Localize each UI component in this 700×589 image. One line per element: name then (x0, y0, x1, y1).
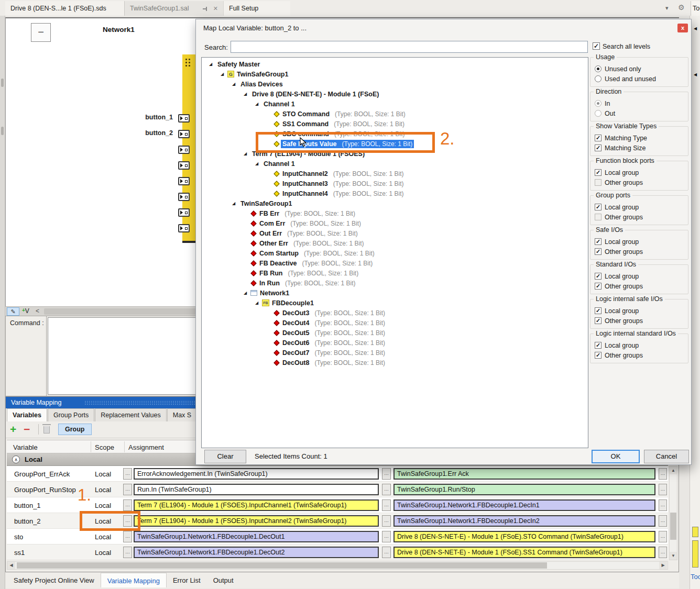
ellipsis-button[interactable]: … (123, 499, 132, 511)
tree-item[interactable]: Out Err(Type: BOOL, Size: 1 Bit) (202, 228, 588, 238)
tree-item[interactable]: ◢Alias Devices (202, 79, 588, 89)
splitter-handle[interactable] (1, 127, 4, 135)
input-pin-icon[interactable] (178, 224, 190, 232)
status-tab-output[interactable]: Output (207, 573, 240, 587)
expander-icon[interactable]: ◢ (244, 92, 250, 96)
input-pin-icon[interactable] (178, 130, 190, 138)
ellipsis-button[interactable]: … (659, 547, 667, 558)
pin-icon[interactable] (203, 7, 207, 12)
ellipsis-button[interactable]: … (659, 484, 667, 495)
tree-item[interactable]: ◢Safety Master (202, 59, 588, 69)
ok-button[interactable]: OK (592, 450, 640, 463)
ellipsis-button[interactable]: … (123, 531, 132, 542)
ellipsis-button[interactable]: … (382, 484, 391, 495)
chevron-down-icon[interactable]: ▾ (665, 5, 669, 12)
ellipsis-button[interactable]: … (382, 531, 391, 542)
expander-icon[interactable]: ◢ (244, 291, 250, 295)
checkbox-option[interactable]: ✓Other groups (595, 350, 684, 360)
scroll-right-icon[interactable]: ▶ (659, 562, 667, 569)
scroll-up-icon[interactable]: ▲ (670, 466, 677, 474)
expander-icon[interactable]: ◢ (232, 201, 239, 206)
input-pin-icon[interactable] (178, 146, 190, 154)
ellipsis-button[interactable]: … (659, 499, 667, 511)
ellipsis-button[interactable]: … (659, 468, 667, 480)
assignment-box[interactable]: TwinSafeGroup1.Network1.FBDecouple1.DecO… (134, 547, 379, 558)
add-icon[interactable]: + (10, 423, 16, 436)
input-pin-icon[interactable] (178, 193, 190, 201)
expander-icon[interactable]: ◢ (209, 62, 216, 66)
tab-drive8-sds[interactable]: Drive 8 (DEN-S...le 1 (FSoE).sds (5, 1, 125, 16)
ellipsis-button[interactable]: … (382, 499, 391, 511)
checkbox-option[interactable]: ✓Local group (595, 306, 684, 316)
checkbox-option[interactable]: ✓Matching Size (595, 143, 684, 153)
ellipsis-button[interactable]: … (659, 531, 667, 542)
status-tab-safety-project-online-view[interactable]: Safety Project Online View (7, 573, 101, 587)
assignment-box[interactable]: Term 7 (EL1904) - Module 1 (FSOES).Input… (134, 499, 379, 511)
tree-item[interactable]: In Run(Type: BOOL, Size: 1 Bit) (202, 278, 588, 288)
input-pin-icon[interactable] (178, 161, 190, 170)
input-pin-icon[interactable] (178, 177, 190, 185)
assignment-box[interactable]: Term 7 (EL1904) - Module 1 (FSOES).Input… (134, 515, 379, 527)
status-tab-error-list[interactable]: Error List (167, 573, 207, 587)
target-box[interactable]: TwinSafeGroup1.Network1.FBDecouple1.DecI… (393, 499, 655, 511)
expander-icon[interactable]: ◢ (255, 161, 262, 166)
delete-icon[interactable] (43, 426, 50, 434)
clear-button[interactable]: Clear (204, 450, 246, 463)
remove-icon[interactable]: − (24, 423, 30, 436)
tree-item[interactable]: SS1 Command(Type: BOOL, Size: 1 Bit) (202, 119, 588, 129)
target-box[interactable]: TwinSafeGroup1.Network1.FBDecouple1.DecI… (393, 515, 655, 527)
radio-option[interactable]: Unused only (595, 64, 684, 74)
assignment-box[interactable]: ErrorAcknowledgement.In (TwinSafeGroup1) (134, 468, 379, 480)
checkbox-option[interactable]: ✓Local group (595, 271, 684, 281)
ellipsis-button[interactable]: … (382, 468, 391, 480)
search-all-levels-checkbox[interactable]: ✓ (593, 42, 600, 50)
expander-icon[interactable]: ◢ (221, 72, 227, 76)
search-input[interactable] (231, 41, 588, 53)
expander-icon[interactable]: ◢ (232, 82, 239, 86)
horizontal-scrollbar[interactable]: ◀ ▶ (7, 561, 668, 570)
checkbox-option[interactable]: ✓Matching Type (595, 133, 684, 143)
tree-item[interactable]: InputChannel2(Type: BOOL, Size: 1 Bit) (202, 169, 588, 179)
add-variable-icon[interactable]: +V (22, 307, 29, 315)
tree-item[interactable]: ◢Drive 8 (DEN-S-NET-E) - Module 1 (FSoE) (202, 89, 588, 99)
ellipsis-button[interactable]: … (382, 515, 391, 527)
column-scope[interactable]: Scope (95, 443, 114, 451)
checkbox-option[interactable]: Other groups (595, 177, 684, 187)
checkbox-option[interactable]: ✓Other groups (595, 316, 684, 326)
tree-item[interactable]: ◢Network1 (202, 288, 588, 298)
checkbox-option[interactable]: Other groups (595, 212, 684, 222)
expander-icon[interactable]: ◢ (255, 102, 262, 106)
column-assignment[interactable]: Assignment (128, 443, 164, 451)
assignment-box[interactable]: Run.In (TwinSafeGroup1) (134, 484, 379, 495)
tree-item[interactable]: Com Startup(Type: BOOL, Size: 1 Bit) (202, 248, 588, 258)
ellipsis-button[interactable]: … (659, 515, 667, 527)
collapse-group-icon[interactable]: ∧ (12, 455, 20, 463)
ellipsis-button[interactable]: … (382, 547, 391, 558)
target-box[interactable]: TwinSafeGroup1.Err Ack (393, 468, 655, 480)
tree-item[interactable]: FB Run(Type: BOOL, Size: 1 Bit) (202, 268, 588, 278)
tree-item[interactable]: DecOut3(Type: BOOL, Size: 1 Bit) (202, 308, 588, 318)
tree-item[interactable]: DecOut8(Type: BOOL, Size: 1 Bit) (202, 358, 588, 368)
tree-item[interactable]: DecOut6(Type: BOOL, Size: 1 Bit) (202, 338, 588, 348)
input-pin-icon[interactable] (178, 114, 190, 123)
checkbox-option[interactable]: ✓Other groups (595, 281, 684, 291)
tree-item[interactable]: InputChannel3(Type: BOOL, Size: 1 Bit) (202, 179, 588, 188)
checkbox-option[interactable]: ✓Local group (595, 168, 684, 177)
mapping-tab[interactable]: Replacement Values (95, 408, 166, 421)
checkbox-option[interactable]: ✓Local group (595, 237, 684, 247)
mapping-tab[interactable]: Group Ports (48, 408, 94, 421)
radio-option[interactable]: Used and unused (595, 74, 684, 84)
checkbox-option[interactable]: ✓Local group (595, 202, 684, 212)
tab-twinsafegroup1-sal[interactable]: TwinSafeGroup1.sal ✕ (125, 1, 223, 16)
tree-item[interactable]: STO Command(Type: BOOL, Size: 1 Bit) (202, 109, 588, 119)
mapping-tab[interactable]: Variables (7, 408, 47, 421)
expander-icon[interactable]: ◢ (255, 301, 262, 305)
tab-full-setup[interactable]: Full Setup (223, 1, 290, 16)
tree-item[interactable]: ◢GTwinSafeGroup1 (202, 69, 588, 79)
radio-option[interactable]: Out (595, 108, 684, 118)
tree-item[interactable]: DecOut4(Type: BOOL, Size: 1 Bit) (202, 318, 588, 328)
vertical-scrollbar[interactable]: ▲ ▼ (669, 466, 677, 560)
tree-item[interactable]: ◢Channel 1 (202, 159, 588, 169)
tree-item[interactable]: DecOut5(Type: BOOL, Size: 1 Bit) (202, 328, 588, 338)
status-tab-variable-mapping[interactable]: Variable Mapping (101, 573, 167, 587)
